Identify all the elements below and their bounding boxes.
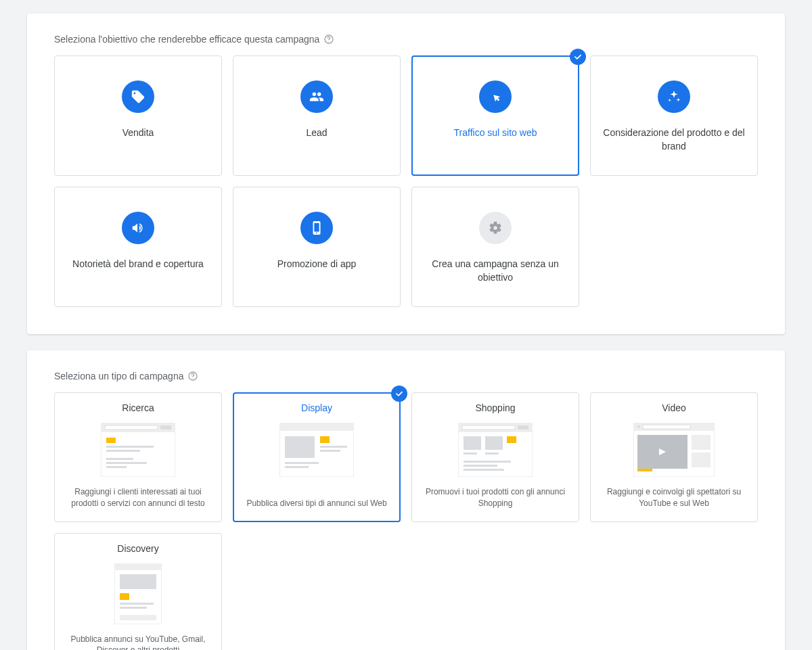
type-desc: Pubblica diversi tipi di annunci sul Web — [246, 498, 386, 509]
type-title: Ricerca — [122, 402, 154, 413]
sparkle-icon — [658, 80, 690, 113]
svg-rect-48 — [120, 607, 147, 609]
click-icon — [479, 80, 512, 113]
svg-rect-46 — [120, 593, 129, 600]
svg-rect-32 — [464, 465, 497, 467]
svg-rect-44 — [114, 563, 162, 570]
svg-rect-31 — [464, 461, 511, 463]
type-title: Discovery — [117, 543, 158, 554]
help-icon[interactable] — [323, 34, 334, 45]
people-icon — [300, 80, 333, 113]
check-icon — [570, 49, 586, 65]
type-title: Video — [662, 402, 686, 413]
display-thumb-icon — [279, 423, 354, 480]
search-thumb-icon — [101, 423, 175, 480]
objective-lead[interactable]: Lead — [233, 55, 401, 176]
svg-rect-9 — [106, 446, 154, 448]
campaign-type-panel: Seleziona un tipo di campagna Ricerca Ra… — [27, 350, 785, 650]
type-discovery[interactable]: Discovery Pubblica annunci su YouTube, G… — [54, 533, 222, 650]
objective-grid: Vendita Lead Traffico sul sito web Consi… — [54, 55, 758, 307]
campaign-type-header-text: Seleziona un tipo di campagna — [54, 371, 183, 381]
svg-rect-42 — [692, 452, 710, 467]
svg-rect-41 — [692, 435, 710, 450]
objective-panel: Seleziona l'obiettivo che renderebbe eff… — [27, 14, 785, 334]
objective-header: Seleziona l'obiettivo che renderebbe eff… — [54, 34, 758, 45]
type-ricerca[interactable]: Ricerca Raggiungi i clienti interessati … — [54, 392, 222, 522]
type-video[interactable]: Video Raggiungi e coinvolgi gli spettato… — [590, 392, 758, 522]
svg-rect-6 — [105, 425, 158, 430]
type-desc: Raggiungi i clienti interessati ai tuoi … — [63, 486, 213, 509]
svg-rect-19 — [320, 450, 340, 452]
objective-label: Traffico sul sito web — [454, 126, 537, 140]
svg-rect-10 — [106, 450, 140, 452]
svg-rect-17 — [320, 436, 330, 443]
objective-label: Considerazione del prodotto e del brand — [600, 126, 748, 153]
svg-rect-18 — [320, 446, 347, 448]
tag-icon — [122, 80, 154, 113]
objective-vendita[interactable]: Vendita — [54, 55, 222, 176]
type-desc: Pubblica annunci su YouTube, Gmail, Disc… — [63, 634, 213, 650]
phone-icon — [300, 212, 333, 244]
svg-rect-13 — [106, 466, 127, 468]
svg-rect-8 — [106, 438, 116, 443]
svg-rect-28 — [507, 436, 516, 443]
svg-point-1 — [329, 41, 330, 42]
svg-rect-33 — [464, 469, 504, 471]
objective-label: Promozione di app — [277, 258, 357, 271]
help-icon[interactable] — [187, 371, 198, 381]
discovery-thumb-icon — [114, 563, 162, 627]
type-display[interactable]: Display Pubblica diversi tipi di annunci… — [233, 392, 401, 522]
objective-app[interactable]: Promozione di app — [233, 187, 401, 307]
type-desc: Promuovi i tuoi prodotti con gli annunci… — [420, 486, 570, 509]
svg-rect-27 — [485, 436, 503, 450]
svg-point-3 — [193, 378, 194, 379]
svg-rect-47 — [120, 603, 154, 605]
type-desc: Raggiungi e coinvolgi gli spettatori su … — [599, 486, 749, 509]
objective-considerazione[interactable]: Considerazione del prodotto e del brand — [590, 55, 758, 176]
campaign-type-header: Seleziona un tipo di campagna — [54, 371, 758, 381]
svg-rect-49 — [120, 615, 156, 620]
svg-rect-24 — [462, 425, 515, 430]
type-title: Display — [301, 402, 332, 413]
svg-point-36 — [637, 425, 640, 428]
type-title: Shopping — [475, 402, 515, 413]
check-icon — [391, 386, 407, 402]
type-shopping[interactable]: Shopping Promuovi i tuoi prodotti con gl… — [411, 392, 579, 522]
objective-label: Notorietà del brand e copertura — [72, 258, 204, 271]
objective-label: Crea una campagna senza un obiettivo — [422, 258, 569, 284]
megaphone-icon — [122, 212, 154, 244]
svg-rect-30 — [485, 452, 499, 455]
objective-label: Lead — [306, 126, 327, 140]
svg-rect-25 — [518, 425, 528, 430]
svg-rect-15 — [279, 423, 354, 431]
svg-rect-21 — [285, 466, 309, 468]
objective-label: Vendita — [122, 126, 154, 140]
svg-rect-37 — [643, 425, 690, 429]
svg-rect-11 — [106, 458, 133, 460]
svg-rect-26 — [464, 436, 481, 450]
video-thumb-icon — [633, 423, 715, 480]
svg-rect-29 — [464, 452, 477, 455]
objective-notorieta[interactable]: Notorietà del brand e copertura — [54, 187, 222, 307]
svg-rect-7 — [160, 425, 171, 430]
svg-rect-40 — [637, 469, 652, 471]
objective-senza[interactable]: Crea una campagna senza un obiettivo — [411, 187, 579, 307]
campaign-type-grid: Ricerca Raggiungi i clienti interessati … — [54, 392, 758, 650]
objective-traffico[interactable]: Traffico sul sito web — [411, 55, 579, 176]
gear-icon — [479, 212, 512, 244]
objective-header-text: Seleziona l'obiettivo che renderebbe eff… — [54, 34, 319, 45]
svg-rect-16 — [285, 436, 315, 458]
svg-rect-12 — [106, 462, 147, 464]
svg-rect-20 — [285, 462, 319, 464]
svg-rect-45 — [120, 574, 156, 589]
shopping-thumb-icon — [458, 423, 533, 480]
